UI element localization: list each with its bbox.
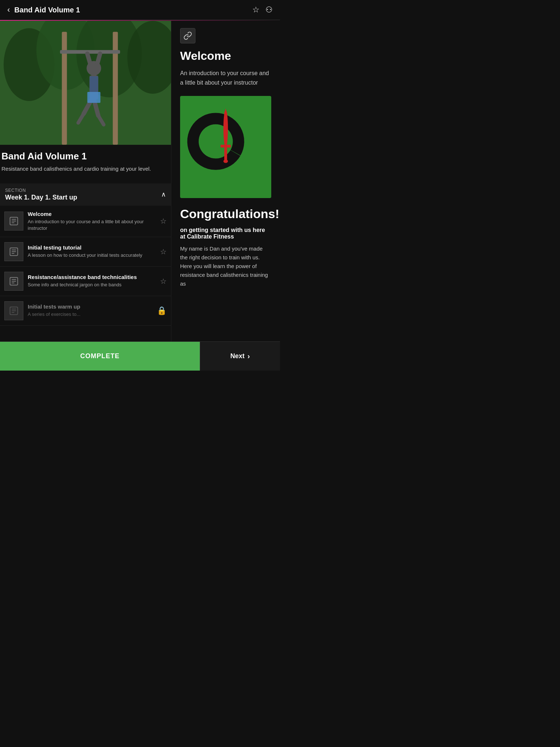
svg-rect-36 — [221, 145, 231, 148]
next-arrow-icon: › — [248, 352, 250, 360]
lesson-item[interactable]: Resistance/assistance band technicalitie… — [0, 267, 171, 296]
lesson-description: A lesson on how to conduct your initial … — [28, 252, 156, 259]
bookmark-icon[interactable]: ☆ — [252, 5, 260, 15]
right-panel-description: An introduction to your course and a lit… — [180, 69, 271, 87]
brand-logo — [180, 96, 271, 198]
congratulations-body: My name is Dan and you've made the right… — [180, 244, 271, 288]
svg-rect-17 — [89, 76, 98, 92]
left-panel: Band Aid Volume 1 Resistance band calist… — [0, 21, 171, 341]
back-button[interactable]: ‹ — [7, 5, 10, 15]
lesson-icon — [4, 242, 23, 261]
congratulations-title: Congratulations! — [180, 207, 271, 221]
right-panel: Welcome An introduction to your course a… — [171, 21, 280, 341]
svg-rect-37 — [224, 148, 227, 160]
lesson-description: A series of exercises to... — [28, 311, 152, 318]
header-icons: ☆ ⚇ — [252, 5, 273, 15]
lesson-item[interactable]: Welcome An introduction to your course a… — [0, 206, 171, 237]
lesson-bookmark-icon[interactable]: ☆ — [160, 277, 167, 286]
section-header[interactable]: Section Week 1. Day 1. Start up ∧ — [0, 183, 171, 206]
lesson-item[interactable]: Initial testing tutorial A lesson on how… — [0, 237, 171, 267]
lesson-bookmark-icon[interactable]: ☆ — [160, 247, 167, 256]
lesson-icon — [4, 212, 23, 231]
lesson-item-locked[interactable]: Initial tests warm up A series of exerci… — [0, 296, 171, 326]
section-info: Section Week 1. Day 1. Start up — [5, 188, 77, 201]
course-description: Resistance band calisthenics and cardio … — [1, 165, 167, 173]
next-button[interactable]: Next › — [200, 342, 280, 371]
lesson-bookmark-icon[interactable]: ☆ — [160, 217, 167, 225]
lesson-content: Initial tests warm up A series of exerci… — [28, 303, 152, 318]
next-label: Next — [230, 352, 245, 360]
lesson-description: Some info and technical jargon on the ba… — [28, 282, 156, 288]
lesson-title: Initial tests warm up — [28, 303, 152, 310]
bottom-bar: COMPLETE Next › — [0, 341, 280, 371]
course-info: Band Aid Volume 1 Resistance band calist… — [0, 145, 171, 178]
svg-rect-7 — [60, 50, 120, 54]
complete-button[interactable]: COMPLETE — [0, 342, 200, 371]
lock-icon: 🔒 — [157, 306, 167, 316]
lesson-title: Resistance/assistance band technicalitie… — [28, 274, 156, 280]
lesson-content: Welcome An introduction to your course a… — [28, 211, 156, 232]
section-title: Week 1. Day 1. Start up — [5, 194, 77, 201]
lesson-description: An introduction to your course and a lit… — [28, 218, 156, 232]
svg-rect-6 — [113, 32, 118, 144]
section-label: Section — [5, 188, 77, 193]
chevron-up-icon: ∧ — [161, 190, 166, 198]
lesson-icon — [4, 301, 23, 320]
congratulations-subtitle: on getting started with us here at Calib… — [180, 227, 271, 240]
svg-point-38 — [223, 160, 228, 163]
content-link-icon[interactable] — [180, 28, 195, 43]
header-title: Band Aid Volume 1 — [14, 6, 80, 14]
course-title: Band Aid Volume 1 — [1, 151, 167, 162]
right-panel-title: Welcome — [180, 49, 271, 63]
course-image — [0, 21, 171, 145]
header-left: ‹ Band Aid Volume 1 — [7, 5, 80, 15]
app-header: ‹ Band Aid Volume 1 ☆ ⚇ — [0, 0, 280, 20]
lesson-title: Initial testing tutorial — [28, 244, 156, 251]
lesson-content: Initial testing tutorial A lesson on how… — [28, 244, 156, 259]
svg-point-35 — [223, 110, 228, 147]
svg-rect-5 — [62, 32, 67, 144]
svg-rect-16 — [87, 92, 100, 103]
lesson-title: Welcome — [28, 211, 156, 217]
share-icon[interactable]: ⚇ — [265, 5, 273, 15]
lesson-icon — [4, 272, 23, 291]
lesson-content: Resistance/assistance band technicalitie… — [28, 274, 156, 288]
main-layout: Band Aid Volume 1 Resistance band calist… — [0, 21, 280, 341]
